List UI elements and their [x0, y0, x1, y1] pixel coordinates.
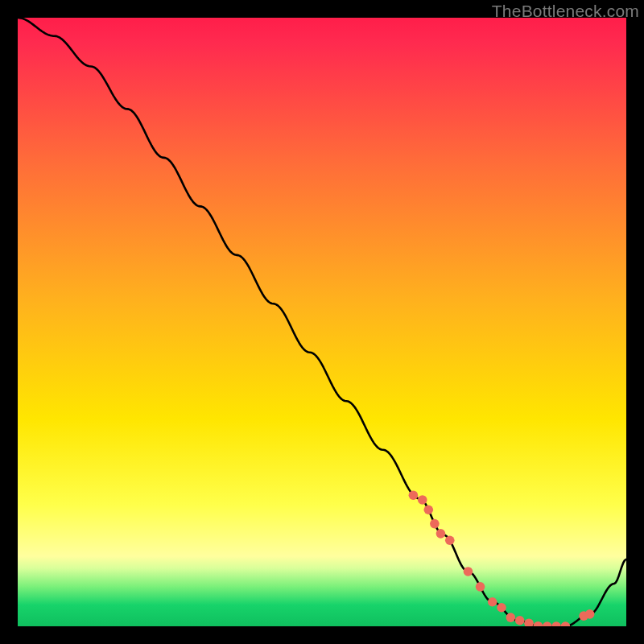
chart-frame: TheBottleneck.com — [0, 0, 644, 644]
chart-canvas — [18, 18, 626, 626]
plot-area — [18, 18, 626, 626]
